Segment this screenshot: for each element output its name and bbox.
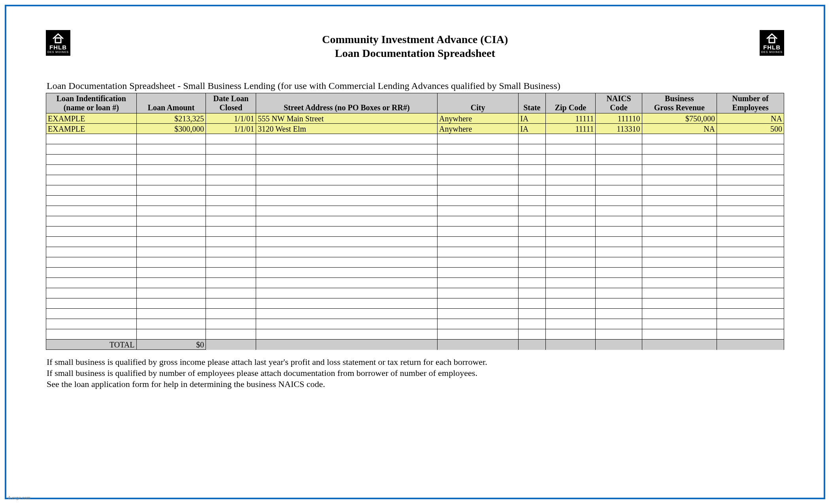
cell: [136, 206, 206, 216]
cell: [206, 175, 256, 185]
cell: [256, 247, 438, 257]
cell: [545, 227, 596, 237]
title-line-2: Loan Documentation Spreadsheet: [70, 46, 760, 60]
cell: [256, 155, 438, 165]
cell: [136, 144, 206, 155]
cell: [596, 165, 642, 175]
cell: [256, 237, 438, 247]
cell: [642, 185, 717, 196]
cell: [438, 278, 519, 288]
cell: [206, 288, 256, 298]
logo-text-fhlb: FHLB: [46, 44, 70, 50]
cell: [717, 134, 784, 144]
cell: [519, 196, 545, 206]
cell: [256, 329, 438, 340]
cell: NA: [642, 124, 717, 134]
cell: [545, 257, 596, 268]
table-row: [46, 319, 784, 329]
cell: EXAMPLE: [46, 113, 137, 124]
cell: [438, 165, 519, 175]
cell: [545, 237, 596, 247]
cell: [717, 185, 784, 196]
cell: [46, 247, 137, 257]
cell: [438, 329, 519, 340]
cell: [545, 185, 596, 196]
cell: [717, 329, 784, 340]
cell: [545, 288, 596, 298]
cell: [596, 268, 642, 278]
cell: [642, 227, 717, 237]
cell: NA: [717, 113, 784, 124]
cell: $0: [136, 340, 206, 350]
cell: [596, 216, 642, 227]
cell: [256, 309, 438, 319]
logo-text-desmoines: DES MOINES: [46, 50, 70, 54]
table-row: [46, 278, 784, 288]
cell: [717, 155, 784, 165]
cell: [596, 155, 642, 165]
cell: [717, 247, 784, 257]
cell: EXAMPLE: [46, 124, 137, 134]
cell: [206, 206, 256, 216]
cell: [596, 185, 642, 196]
cell: [206, 257, 256, 268]
cell: [46, 185, 137, 196]
footnote-3: See the loan application form for help i…: [47, 379, 784, 389]
cell: [438, 309, 519, 319]
cell: [596, 319, 642, 329]
col-employees: Number ofEmployees: [717, 93, 784, 113]
cell: [596, 278, 642, 288]
cell: [642, 206, 717, 216]
cell: [519, 185, 545, 196]
cell: [642, 247, 717, 257]
cell: [717, 288, 784, 298]
cell: [642, 268, 717, 278]
cell: [206, 237, 256, 247]
cell: [438, 134, 519, 144]
cell: [519, 144, 545, 155]
cell: IA: [519, 113, 545, 124]
cell: [717, 268, 784, 278]
cell: [438, 155, 519, 165]
cell: [596, 247, 642, 257]
cell: [596, 298, 642, 309]
cell: [717, 196, 784, 206]
cell: [46, 329, 137, 340]
page-title: Community Investment Advance (CIA) Loan …: [70, 30, 760, 60]
cell: [519, 319, 545, 329]
table-row: [46, 247, 784, 257]
header: FHLB DES MOINES Community Investment Adv…: [46, 30, 784, 60]
cell: [438, 340, 519, 350]
cell: [46, 134, 137, 144]
col-naics: NAICSCode: [596, 93, 642, 113]
cell: [596, 329, 642, 340]
cell: [642, 216, 717, 227]
cell: TOTAL: [46, 340, 137, 350]
cell: [136, 268, 206, 278]
cell: [642, 288, 717, 298]
cell: [545, 329, 596, 340]
cell: [519, 340, 545, 350]
cell: 111110: [596, 113, 642, 124]
loan-table: Loan Indentification(name or loan #) Loa…: [46, 93, 784, 350]
subtitle: Loan Documentation Spreadsheet - Small B…: [47, 81, 784, 91]
cell: [545, 144, 596, 155]
cell: [642, 278, 717, 288]
cell: [46, 206, 137, 216]
col-closed: Date LoanClosed: [206, 93, 256, 113]
cell: [717, 175, 784, 185]
cell: [545, 155, 596, 165]
table-row: EXAMPLE$213,3251/1/01555 NW Main StreetA…: [46, 113, 784, 124]
cell: [256, 144, 438, 155]
cell: [136, 278, 206, 288]
cell: [256, 319, 438, 329]
cell: [717, 309, 784, 319]
cell: [206, 268, 256, 278]
table-row: [46, 329, 784, 340]
cell: [545, 278, 596, 288]
table-row: [46, 196, 784, 206]
cell: [46, 227, 137, 237]
cell: [136, 185, 206, 196]
cell: 3120 West Elm: [256, 124, 438, 134]
table-row: [46, 288, 784, 298]
